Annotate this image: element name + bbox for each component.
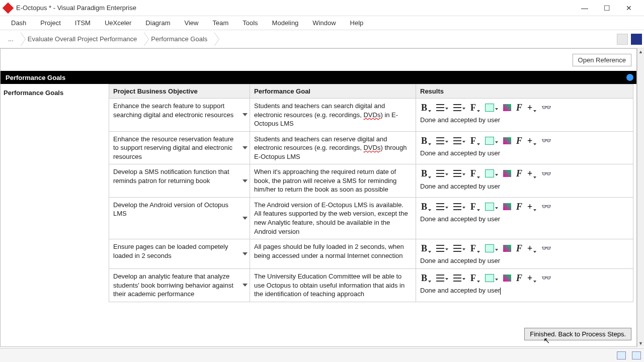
menu-project[interactable]: Project [33, 17, 67, 29]
add-button[interactable]: + [526, 167, 537, 179]
scroll-down-icon[interactable]: ▼ [637, 340, 644, 347]
align-button[interactable] [435, 104, 449, 111]
align-button[interactable] [435, 137, 449, 144]
menu-diagram[interactable]: Diagram [138, 17, 177, 29]
table-button[interactable] [484, 169, 499, 177]
table-button[interactable] [484, 274, 499, 282]
menu-team[interactable]: Team [205, 17, 235, 29]
font-button[interactable]: F [469, 102, 481, 114]
objective-cell[interactable]: Enhance the resource reservation feature… [109, 131, 250, 164]
edit-icon[interactable] [632, 351, 641, 359]
font-button[interactable]: F [469, 201, 481, 213]
add-button[interactable]: + [526, 135, 537, 147]
find-button[interactable]: 👓 [540, 168, 552, 179]
objective-cell[interactable]: Develop an analytic feature that analyze… [109, 268, 250, 302]
scroll-up-icon[interactable]: ▲ [637, 48, 644, 55]
menu-uexceler[interactable]: UeXceler [98, 17, 138, 29]
finished-button[interactable]: Finished. Back to Process Steps. [524, 328, 631, 340]
menu-help[interactable]: Help [343, 17, 371, 29]
dropdown-icon[interactable] [243, 284, 248, 287]
objective-cell[interactable]: Develop a SMS notification function that… [109, 164, 250, 198]
goal-cell[interactable]: The University Education Committee will … [250, 268, 416, 302]
dropdown-icon[interactable] [243, 252, 248, 255]
dropdown-icon[interactable] [243, 146, 248, 149]
breadcrumb-item[interactable]: Performance Goals [145, 32, 215, 46]
mail-icon[interactable] [617, 351, 626, 359]
goal-cell[interactable]: When it's approaching the required retur… [250, 164, 416, 198]
list-button[interactable] [452, 245, 466, 252]
result-text[interactable]: Done and accepted by user [420, 149, 629, 158]
goal-cell[interactable]: Students and teachers can search digital… [250, 99, 416, 132]
menu-view[interactable]: View [177, 17, 205, 29]
add-button[interactable]: + [526, 102, 537, 114]
menu-modeling[interactable]: Modeling [265, 17, 306, 29]
font-button[interactable]: F [469, 135, 481, 147]
align-button[interactable] [435, 170, 449, 177]
view-toggle-icon[interactable] [617, 34, 628, 45]
goal-cell[interactable]: Students and teachers can reserve digita… [250, 131, 416, 164]
bold-button[interactable]: B [420, 242, 432, 254]
objective-cell[interactable]: Develop the Android version of Octopus L… [109, 197, 250, 239]
results-cell[interactable]: BFF+👓Done and accepted by user [416, 268, 633, 302]
add-button[interactable]: + [526, 242, 537, 254]
result-text[interactable]: Done and accepted by user [420, 182, 629, 191]
align-button[interactable] [435, 203, 449, 210]
result-text[interactable]: Done and accepted by user [420, 116, 629, 125]
bold-button[interactable]: B [420, 201, 432, 213]
result-text[interactable]: Done and accepted by user [420, 286, 629, 295]
find-button[interactable]: 👓 [540, 201, 552, 212]
clear-format-button[interactable]: F [515, 102, 523, 114]
table-button[interactable] [484, 137, 499, 145]
menu-window[interactable]: Window [305, 17, 343, 29]
results-cell[interactable]: BFF+👓Done and accepted by user [416, 197, 633, 239]
breadcrumb-item[interactable]: ... [2, 32, 22, 46]
maximize-button[interactable]: ☐ [596, 1, 618, 15]
results-cell[interactable]: BFF+👓Done and accepted by user [416, 164, 633, 198]
table-button[interactable] [484, 104, 499, 112]
image-button[interactable] [502, 104, 512, 111]
image-button[interactable] [502, 275, 512, 282]
clear-format-button[interactable]: F [515, 242, 523, 254]
breadcrumb-item[interactable]: Evaluate Overall Project Performance [22, 32, 145, 46]
clear-format-button[interactable]: F [515, 135, 523, 147]
minimize-button[interactable]: — [574, 1, 596, 15]
collapse-icon[interactable] [626, 74, 633, 81]
list-button[interactable] [452, 170, 466, 177]
results-cell[interactable]: BFF+👓Done and accepted by user [416, 99, 633, 132]
image-button[interactable] [502, 170, 512, 177]
section-header[interactable]: Performance Goals [1, 71, 636, 84]
clear-format-button[interactable]: F [515, 167, 523, 179]
image-button[interactable] [502, 245, 512, 252]
find-button[interactable]: 👓 [540, 102, 552, 113]
panel-toggle-icon[interactable] [631, 34, 642, 45]
find-button[interactable]: 👓 [540, 273, 552, 284]
dropdown-icon[interactable] [243, 113, 248, 116]
font-button[interactable]: F [469, 167, 481, 179]
goal-cell[interactable]: The Android version of E-Octopus LMS is … [250, 197, 416, 239]
menu-tools[interactable]: Tools [235, 17, 265, 29]
add-button[interactable]: + [526, 272, 537, 284]
list-button[interactable] [452, 203, 466, 210]
dropdown-icon[interactable] [243, 217, 248, 220]
result-text[interactable]: Done and accepted by user [420, 256, 629, 265]
list-button[interactable] [452, 104, 466, 111]
results-cell[interactable]: BFF+👓Done and accepted by user [416, 239, 633, 269]
image-button[interactable] [502, 203, 512, 210]
align-button[interactable] [435, 245, 449, 252]
results-cell[interactable]: BFF+👓Done and accepted by user [416, 131, 633, 164]
clear-format-button[interactable]: F [515, 272, 523, 284]
vertical-scrollbar[interactable]: ▲ ▼ [637, 48, 644, 347]
bold-button[interactable]: B [420, 167, 432, 179]
open-reference-button[interactable]: Open Reference [573, 54, 631, 66]
goal-cell[interactable]: All pages should be fully loaded in 2 se… [250, 239, 416, 269]
table-button[interactable] [484, 203, 499, 211]
table-button[interactable] [484, 244, 499, 252]
add-button[interactable]: + [526, 201, 537, 213]
find-button[interactable]: 👓 [540, 243, 552, 254]
list-button[interactable] [452, 275, 466, 282]
result-text[interactable]: Done and accepted by user [420, 215, 629, 224]
align-button[interactable] [435, 275, 449, 282]
menu-itsm[interactable]: ITSM [68, 17, 98, 29]
font-button[interactable]: F [469, 272, 481, 284]
list-button[interactable] [452, 137, 466, 144]
